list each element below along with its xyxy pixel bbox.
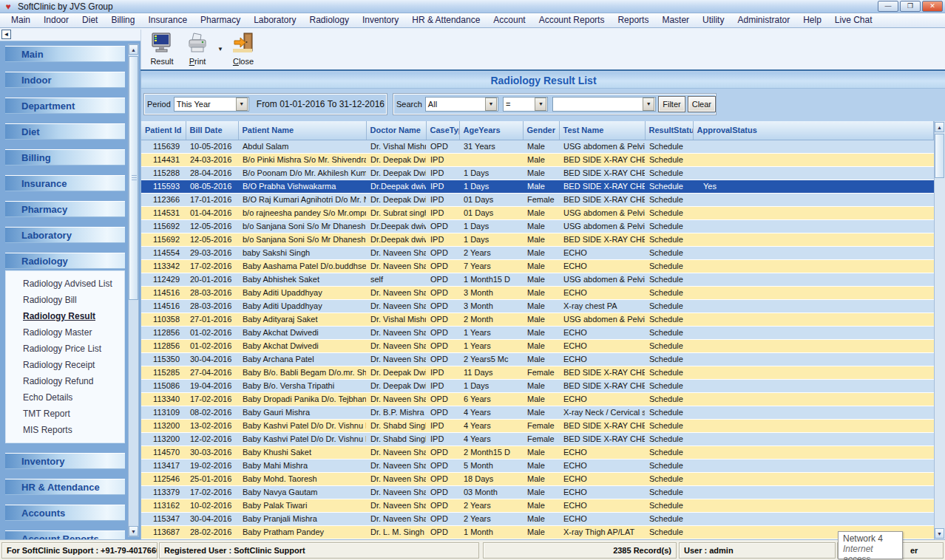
column-header-casetype[interactable]: CaseType [426,121,459,140]
table-row[interactable]: 11285601-02-2016Baby Akchat DwivediDr. N… [141,326,934,339]
sidebar-subitem-mis-reports[interactable]: MIS Reports [6,422,124,438]
sidebar-item-radiology[interactable]: Radiology [5,253,125,269]
column-header-approvalstatus[interactable]: ApprovalStatus [693,121,934,140]
menu-item-inventory[interactable]: Inventory [356,13,405,27]
column-header-test-name[interactable]: Test Name [559,121,645,140]
sidebar-item-insurance[interactable]: Insurance [5,175,125,191]
table-row[interactable]: 11569212-05-2016b/o Sanjana Soni S/o Mr … [141,219,934,233]
close-button[interactable]: Close [226,30,261,69]
table-row[interactable]: 11559308-05-2016B/O Prabha VishwakarmaDr… [141,180,934,193]
table-row[interactable]: 11320012-02-2016Baby Kashvi Patel D/o Dr… [141,432,934,445]
table-row[interactable]: 11334017-02-2016Baby Dropadi Panika D/o.… [141,392,934,406]
table-header-row[interactable]: Patient IdBill DatePatient NameDoctor Na… [141,121,934,140]
sidebar-subitem-radiology-receipt[interactable]: Radiology Receipt [6,357,124,373]
table-row[interactable]: 11569212-05-2016b/o Sanjana Soni S/o Mr … [141,233,934,246]
table-row[interactable]: 11254625-01-2016Baby Mohd. TaoreshDr. Na… [141,472,934,485]
column-header-doctor-name[interactable]: Doctor Name [366,121,426,140]
menu-item-reports[interactable]: Reports [611,13,655,27]
menu-item-live-chat[interactable]: Live Chat [828,13,879,27]
close-window-button[interactable]: ✕ [922,1,943,12]
table-row[interactable]: 11528828-04-2016B/o Poonam D/o Mr. Akhil… [141,166,934,180]
sidebar-collapse-button[interactable]: ◄ [1,30,11,39]
print-options-chevron-down-icon[interactable]: ▼ [215,30,226,69]
search-field-select[interactable]: All ▼ [425,97,498,112]
clear-button[interactable]: Clear [688,96,716,112]
table-row[interactable]: 11451628-03-2016Baby Aditi UpaddhyayDr. … [141,286,934,299]
chevron-down-icon[interactable]: ▼ [236,98,248,111]
sidebar-item-pharmacy[interactable]: Pharmacy [5,201,125,217]
print-button[interactable]: Print [180,30,215,69]
sidebar-scrollbar[interactable]: ▲ ▼ [128,44,139,537]
sidebar-item-diet[interactable]: Diet [5,123,125,140]
menu-item-insurance[interactable]: Insurance [141,13,194,27]
sidebar-subitem-radiology-bill[interactable]: Radiology Bill [6,292,124,308]
sidebar-item-accounts[interactable]: Accounts [5,505,125,521]
sidebar-item-main[interactable]: Main [5,46,125,62]
scroll-up-icon[interactable]: ▲ [129,44,138,55]
filter-button[interactable]: Filter [658,96,685,112]
table-row[interactable]: 11528527-04-2016Baby B/o. Babli Begam D/… [141,366,934,379]
table-row[interactable]: 11534730-04-2016Baby Pranjali MishraDr. … [141,512,934,525]
menu-item-master[interactable]: Master [655,13,696,27]
menu-item-account-reports[interactable]: Account Reports [532,13,612,27]
sidebar-item-billing[interactable]: Billing [5,149,125,165]
menu-item-billing[interactable]: Billing [104,13,141,27]
table-row[interactable]: 11563910-05-2016Abdul SalamDr. Vishal Mi… [141,140,934,153]
chevron-down-icon[interactable]: ▼ [535,98,546,111]
sidebar-scroll-thumb[interactable] [129,56,138,300]
sidebar-subitem-radiology-advised-list[interactable]: Radiology Advised List [6,276,124,292]
sidebar-subitem-radiology-master[interactable]: Radiology Master [6,324,124,341]
scroll-down-icon[interactable]: ▼ [129,526,138,536]
sidebar-subitem-radiology-price-list[interactable]: Radiology Price List [6,341,124,357]
table-row[interactable]: 11341719-02-2016Baby Mahi MishraDr. Nave… [141,459,934,472]
table-row[interactable]: 11508619-04-2016Baby B/o. Versha Tripath… [141,379,934,392]
sidebar-subitem-radiology-result[interactable]: Radiology Result [6,308,124,324]
restore-button[interactable]: ❐ [900,1,921,12]
column-header-patient-id[interactable]: Patient Id [141,121,186,140]
sidebar-subitem-tmt-report[interactable]: TMT Report [6,406,124,422]
sidebar-subitem-echo-details[interactable]: Echo Details [6,389,124,406]
sidebar-item-indoor[interactable]: Indoor [5,72,125,88]
scroll-up-icon[interactable]: ▲ [935,122,944,132]
table-row[interactable]: 11535030-04-2016Baby Archana PatelDr. Na… [141,352,934,366]
menu-item-administrator[interactable]: Administrator [731,13,796,27]
table-row[interactable]: 11316210-02-2016Baby Palak TiwariDr. Nav… [141,499,934,512]
table-scrollbar[interactable]: ▲ ▼ [934,121,945,539]
column-header-resultstatus[interactable]: ResultStatus [645,121,693,140]
chevron-down-icon[interactable]: ▼ [643,98,654,111]
column-header-bill-date[interactable]: Bill Date [186,121,238,140]
table-row[interactable]: 11285601-02-2016Baby Akchat DwivediDr. N… [141,339,934,352]
menu-item-diet[interactable]: Diet [75,13,104,27]
column-header-ageyears[interactable]: AgeYears [459,121,523,140]
period-select[interactable]: This Year ▼ [174,97,249,112]
sidebar-item-department[interactable]: Department [5,98,125,114]
table-row[interactable]: 11457030-03-2016Baby Khushi SaketDr. Nav… [141,445,934,459]
menu-item-pharmacy[interactable]: Pharmacy [194,13,247,27]
search-value-select[interactable]: ▼ [552,97,656,112]
sidebar-item-inventory[interactable]: Inventory [5,453,125,469]
table-row[interactable]: 11443124-03-2016B/o Pinki Mishra S/o Mr.… [141,153,934,166]
operator-select[interactable]: = ▼ [503,97,548,112]
table-row[interactable]: 11320013-02-2016Baby Kashvi Patel D/o Dr… [141,419,934,432]
table-row[interactable]: 11334217-02-2016Baby Aashama Patel D/o.b… [141,259,934,273]
column-header-patient-name[interactable]: Patient Name [238,121,366,140]
menu-item-help[interactable]: Help [796,13,828,27]
table-row[interactable]: 11035827-01-2016Baby Adityaraj SaketDr. … [141,313,934,326]
menu-item-hr-attendance[interactable]: HR & Attendance [405,13,487,27]
menu-item-account[interactable]: Account [487,13,532,27]
table-row[interactable]: 11236617-01-2016B/O Raj Kumari Agnihotri… [141,193,934,206]
menu-item-radiology[interactable]: Radiology [303,13,356,27]
table-row[interactable]: 11337917-02-2016Baby Navya GautamDr. Nav… [141,485,934,499]
table-row[interactable]: 11242920-01-2016Baby Abhishek SaketselfO… [141,273,934,286]
sidebar-subitem-radiology-refund[interactable]: Radiology Refund [6,373,124,389]
result-button[interactable]: Result [144,30,180,69]
menu-item-main[interactable]: Main [4,13,37,27]
menu-item-laboratory[interactable]: Laboratory [247,13,302,27]
chevron-down-icon[interactable]: ▼ [485,98,497,111]
minimize-button[interactable]: — [878,1,898,12]
column-header-gender[interactable]: Gender [523,121,559,140]
table-scroll-thumb[interactable] [935,134,944,178]
menu-item-indoor[interactable]: Indoor [37,13,75,27]
scroll-down-icon[interactable]: ▼ [935,528,944,539]
sidebar-item-laboratory[interactable]: Laboratory [5,227,125,243]
